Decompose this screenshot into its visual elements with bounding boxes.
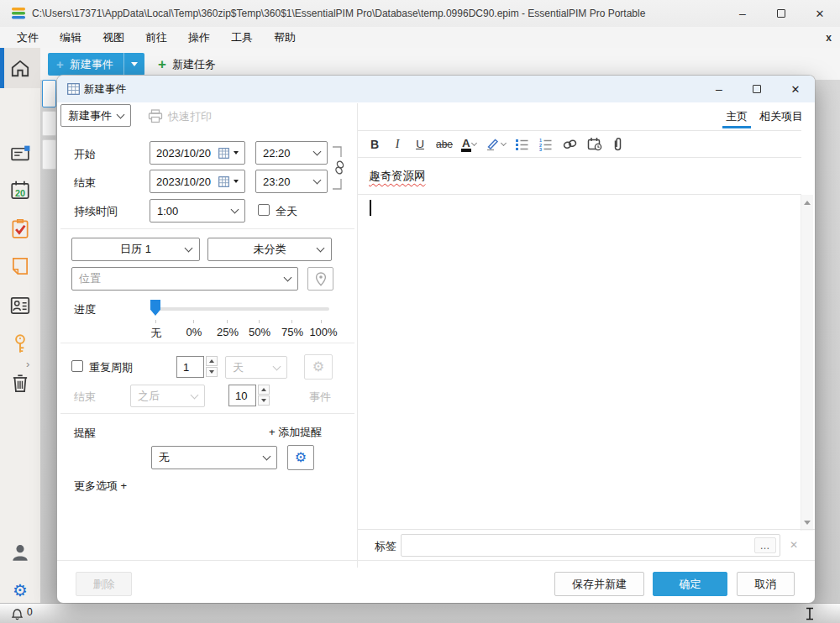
subject-field[interactable]: 趣奇资源网 bbox=[358, 159, 801, 195]
reminder-combo[interactable]: 无 bbox=[151, 446, 277, 469]
link-times-icon[interactable] bbox=[331, 144, 348, 191]
delete-button[interactable]: 删除 bbox=[76, 572, 132, 596]
separator bbox=[60, 343, 354, 343]
end-label: 结束 bbox=[74, 175, 96, 191]
menu-tools[interactable]: 工具 bbox=[226, 29, 258, 47]
numbered-list-icon: 1 2 3 bbox=[538, 138, 553, 151]
app-logo-icon bbox=[12, 8, 26, 19]
progress-slider-thumb[interactable] bbox=[150, 300, 160, 316]
calendar-combo[interactable]: 日历 1 bbox=[71, 238, 200, 261]
bullet-list-button[interactable] bbox=[515, 135, 529, 154]
menu-go[interactable]: 前往 bbox=[140, 29, 172, 47]
tab-home[interactable]: 主页 bbox=[723, 109, 750, 124]
sidebar-item-contacts[interactable] bbox=[0, 286, 40, 325]
new-event-dropdown-arrow[interactable] bbox=[123, 53, 144, 76]
dialog-maximize-button[interactable] bbox=[738, 76, 775, 102]
editor-scrollbar[interactable] bbox=[801, 195, 813, 531]
strikethrough-button[interactable]: abe bbox=[436, 135, 453, 154]
category-value: 未分类 bbox=[254, 242, 286, 257]
sidebar-user-button[interactable] bbox=[0, 533, 40, 572]
tags-clear-icon[interactable]: ✕ bbox=[790, 539, 798, 551]
spin-down-icon[interactable] bbox=[206, 367, 218, 377]
editor-body[interactable] bbox=[358, 195, 801, 529]
tags-more-button[interactable]: … bbox=[754, 537, 776, 553]
insert-date-button[interactable] bbox=[587, 135, 602, 154]
sidebar-collapse-chevron-icon[interactable]: › bbox=[26, 358, 29, 370]
font-color-button[interactable]: A bbox=[462, 135, 476, 154]
add-reminder-link[interactable]: + 添加提醒 bbox=[269, 425, 322, 440]
tab-related-items[interactable]: 相关项目 bbox=[759, 109, 803, 124]
recurrence-count-spinner[interactable]: 1 bbox=[176, 356, 218, 378]
end-time-combo[interactable]: 23:20 bbox=[255, 170, 328, 193]
recurrence-end-unit-label: 事件 bbox=[309, 390, 331, 405]
end-date-picker[interactable]: 2023/10/20 bbox=[150, 170, 245, 193]
location-map-button[interactable] bbox=[307, 267, 333, 291]
menu-file[interactable]: 文件 bbox=[12, 29, 44, 47]
gear-icon: ⚙ bbox=[312, 360, 324, 374]
category-combo[interactable]: 未分类 bbox=[207, 238, 332, 261]
paperclip-icon bbox=[612, 137, 623, 152]
dialog-close-button[interactable]: ✕ bbox=[777, 76, 814, 102]
ok-button[interactable]: 确定 bbox=[653, 572, 727, 596]
progress-slider-track[interactable] bbox=[151, 307, 329, 311]
attach-file-button[interactable] bbox=[612, 135, 625, 154]
calendar-grid-icon bbox=[218, 176, 229, 187]
sidebar-item-calendar[interactable]: 20 bbox=[0, 171, 40, 210]
menu-view[interactable]: 视图 bbox=[97, 29, 129, 47]
bold-button[interactable]: B bbox=[368, 135, 381, 154]
slider-label-0: 0% bbox=[186, 326, 202, 338]
gear-icon: ⚙ bbox=[13, 582, 28, 599]
notifications-bell-icon[interactable] bbox=[11, 607, 24, 620]
event-type-combo[interactable]: 新建事件 bbox=[60, 104, 131, 127]
start-date-picker[interactable]: 2023/10/20 bbox=[150, 141, 245, 165]
location-combo[interactable]: 位置 bbox=[71, 267, 298, 291]
spin-down-icon[interactable] bbox=[258, 395, 270, 406]
window-title: C:\Users\17371\AppData\Local\Temp\360zip… bbox=[32, 0, 645, 27]
link-icon bbox=[562, 138, 578, 151]
recurrence-unit-combo[interactable]: 天 bbox=[225, 356, 287, 379]
window-maximize-button[interactable] bbox=[762, 0, 801, 27]
reminder-settings-button[interactable]: ⚙ bbox=[287, 445, 314, 470]
start-time-combo[interactable]: 22:20 bbox=[255, 141, 328, 165]
slider-label-none: 无 bbox=[151, 326, 162, 341]
more-options-link[interactable]: 更多选项 + bbox=[74, 479, 127, 494]
all-day-checkbox[interactable] bbox=[258, 204, 270, 216]
status-bar: 0 bbox=[0, 603, 840, 623]
quick-print-button[interactable]: 快速打印 bbox=[168, 109, 212, 124]
insert-link-button[interactable] bbox=[562, 135, 578, 154]
tags-input[interactable]: … bbox=[401, 534, 780, 557]
recurrence-settings-button[interactable]: ⚙ bbox=[304, 354, 333, 380]
save-and-new-button[interactable]: 保存并新建 bbox=[554, 572, 644, 596]
recurrence-unit-value: 天 bbox=[233, 360, 244, 375]
end-date-value: 2023/10/20 bbox=[156, 175, 211, 188]
window-minimize-button[interactable]: – bbox=[723, 0, 762, 27]
italic-button[interactable]: I bbox=[391, 135, 404, 154]
sidebar-item-home[interactable] bbox=[0, 48, 40, 88]
recurrence-end-count-spinner[interactable]: 10 bbox=[228, 385, 270, 406]
menu-edit[interactable]: 编辑 bbox=[55, 29, 87, 47]
sidebar-item-mail[interactable] bbox=[0, 134, 40, 173]
cancel-button[interactable]: 取消 bbox=[737, 572, 795, 596]
underline-button[interactable]: U bbox=[413, 135, 427, 154]
highlight-button[interactable] bbox=[486, 135, 506, 154]
spin-up-icon[interactable] bbox=[258, 385, 270, 395]
sidebar-item-notes[interactable] bbox=[0, 247, 40, 285]
duration-combo[interactable]: 1:00 bbox=[150, 199, 245, 222]
scroll-down-icon[interactable] bbox=[804, 521, 811, 525]
menu-close-icon[interactable]: x bbox=[826, 32, 832, 44]
sidebar-item-tasks[interactable] bbox=[0, 209, 40, 248]
new-event-split-button[interactable]: + 新建事件 bbox=[48, 53, 144, 76]
recurrence-checkbox[interactable] bbox=[71, 360, 83, 372]
recurrence-end-mode-combo[interactable]: 之后 bbox=[130, 385, 205, 407]
scroll-up-icon[interactable] bbox=[804, 201, 811, 205]
svg-text:20: 20 bbox=[15, 188, 25, 198]
dialog-minimize-button[interactable]: – bbox=[701, 76, 738, 102]
spin-up-icon[interactable] bbox=[206, 356, 218, 366]
new-task-button[interactable]: + 新建任务 bbox=[150, 53, 224, 76]
window-close-button[interactable]: ✕ bbox=[801, 0, 839, 27]
numbered-list-button[interactable]: 1 2 3 bbox=[538, 135, 553, 154]
menu-help[interactable]: 帮助 bbox=[269, 29, 301, 47]
menu-actions[interactable]: 操作 bbox=[183, 29, 215, 47]
slider-tick bbox=[193, 320, 194, 323]
new-event-dialog: 新建事件 – ✕ 新建事件 快速打印 主页 相关项目 开始 2023/10/20 bbox=[57, 76, 815, 603]
